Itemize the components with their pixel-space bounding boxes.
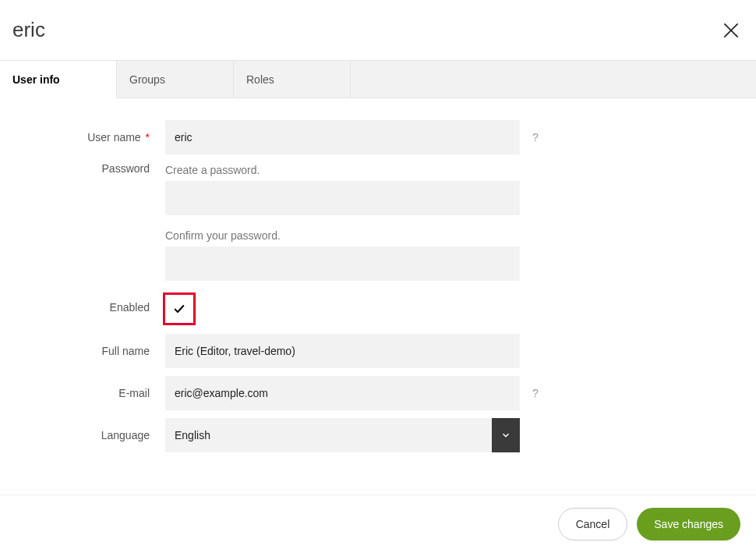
label-enabled: Enabled — [0, 295, 165, 314]
tab-label: Groups — [129, 73, 165, 86]
password-input[interactable] — [165, 181, 520, 215]
enabled-checkbox[interactable] — [165, 295, 193, 323]
check-icon — [173, 303, 185, 315]
required-marker: * — [143, 131, 150, 144]
cancel-button[interactable]: Cancel — [558, 508, 628, 541]
tab-groups[interactable]: Groups — [117, 61, 234, 97]
label-email: E-mail — [0, 376, 165, 399]
tab-bar: User info Groups Roles — [0, 61, 756, 98]
close-button[interactable] — [719, 18, 744, 43]
username-help[interactable]: ? — [520, 120, 551, 144]
save-button[interactable]: Save changes — [637, 508, 740, 541]
dialog-footer: Cancel Save changes — [0, 495, 756, 553]
tab-roles[interactable]: Roles — [234, 61, 351, 97]
form-scroll-area[interactable]: User name * ? Password Create a password… — [0, 98, 756, 495]
chevron-down-icon — [500, 430, 511, 441]
tab-label: User info — [12, 73, 60, 86]
language-dropdown-button[interactable] — [492, 418, 520, 452]
close-icon — [721, 20, 741, 41]
username-input[interactable] — [165, 120, 520, 154]
dialog-header: eric — [0, 0, 756, 61]
language-value: English — [165, 418, 492, 452]
row-username: User name * ? — [0, 120, 756, 154]
label-password: Password — [0, 162, 165, 175]
password-confirm-hint: Confirm your password. — [165, 228, 520, 243]
language-select[interactable]: English — [165, 418, 520, 452]
fullname-input[interactable] — [165, 334, 520, 368]
label-username: User name * — [0, 120, 165, 144]
row-password: Password Create a password. Confirm your… — [0, 162, 756, 281]
password-confirm-input[interactable] — [165, 246, 520, 281]
password-create-hint: Create a password. — [165, 162, 520, 178]
row-email: E-mail ? — [0, 376, 756, 410]
email-help[interactable]: ? — [520, 376, 551, 399]
tab-label: Roles — [246, 73, 274, 86]
dialog-title: eric — [12, 18, 45, 42]
email-input[interactable] — [165, 376, 520, 410]
label-fullname: Full name — [0, 334, 165, 357]
row-enabled: Enabled — [0, 295, 756, 323]
label-language: Language — [0, 418, 165, 441]
row-language: Language English — [0, 418, 756, 452]
tab-user-info[interactable]: User info — [0, 61, 117, 98]
user-info-form: User name * ? Password Create a password… — [0, 98, 756, 491]
row-fullname: Full name — [0, 334, 756, 368]
